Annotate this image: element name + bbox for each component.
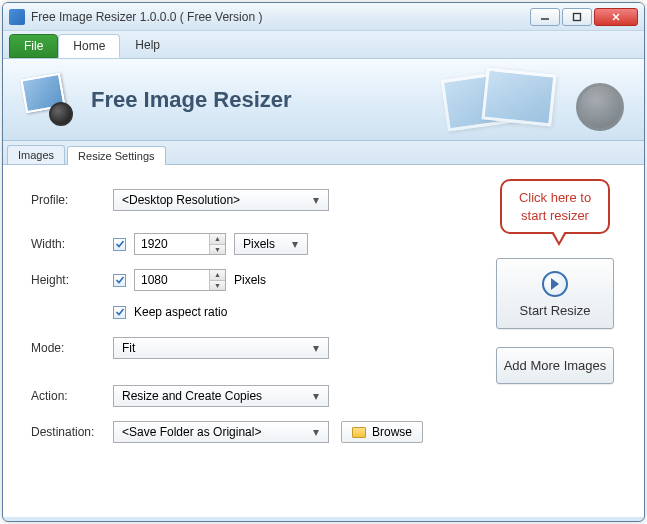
chevron-down-icon: ▾ xyxy=(287,237,303,251)
tab-images[interactable]: Images xyxy=(7,145,65,164)
check-icon xyxy=(115,307,125,317)
add-more-label: Add More Images xyxy=(504,358,607,373)
aspect-checkbox[interactable] xyxy=(113,306,126,319)
close-icon xyxy=(611,12,621,22)
menu-file[interactable]: File xyxy=(9,34,58,58)
tabstrip: Images Resize Settings xyxy=(3,141,644,165)
width-label: Width: xyxy=(31,237,113,251)
minimize-icon xyxy=(540,12,550,22)
banner-app-icon xyxy=(21,74,73,126)
height-unit: Pixels xyxy=(234,273,266,287)
mode-select[interactable]: Fit ▾ xyxy=(113,337,329,359)
chevron-down-icon: ▾ xyxy=(308,193,324,207)
width-spin-down[interactable]: ▼ xyxy=(210,245,225,255)
row-destination: Destination: <Save Folder as Original> ▾… xyxy=(31,421,616,443)
start-resize-button[interactable]: Start Resize xyxy=(496,258,614,329)
svg-marker-4 xyxy=(551,278,559,290)
titlebar: Free Image Resizer 1.0.0.0 ( Free Versio… xyxy=(3,3,644,31)
height-spin-up[interactable]: ▲ xyxy=(210,270,225,281)
menubar: File Home Help xyxy=(3,31,644,59)
destination-value: <Save Folder as Original> xyxy=(122,425,308,439)
browse-button[interactable]: Browse xyxy=(341,421,423,443)
svg-rect-1 xyxy=(574,13,581,20)
height-spin-down[interactable]: ▼ xyxy=(210,281,225,291)
width-spin-up[interactable]: ▲ xyxy=(210,234,225,245)
height-checkbox[interactable] xyxy=(113,274,126,287)
aspect-label: Keep aspect ratio xyxy=(134,305,227,319)
check-icon xyxy=(115,275,125,285)
start-resize-label: Start Resize xyxy=(520,303,591,318)
profile-label: Profile: xyxy=(31,193,113,207)
play-icon xyxy=(542,271,568,297)
width-input[interactable]: 1920 ▲ ▼ xyxy=(134,233,226,255)
folder-icon xyxy=(352,427,366,438)
content-area: Profile: <Desktop Resolution> ▾ Width: 1… xyxy=(3,165,644,517)
width-spinners: ▲ ▼ xyxy=(209,234,225,254)
height-input[interactable]: 1080 ▲ ▼ xyxy=(134,269,226,291)
height-label: Height: xyxy=(31,273,113,287)
maximize-icon xyxy=(572,12,582,22)
minimize-button[interactable] xyxy=(530,8,560,26)
banner-title: Free Image Resizer xyxy=(91,87,292,113)
action-select[interactable]: Resize and Create Copies ▾ xyxy=(113,385,329,407)
callout-hint: Click here to start resizer xyxy=(500,179,610,234)
width-unit: Pixels xyxy=(243,237,287,251)
app-window: Free Image Resizer 1.0.0.0 ( Free Versio… xyxy=(2,2,645,522)
width-checkbox[interactable] xyxy=(113,238,126,251)
close-button[interactable] xyxy=(594,8,638,26)
chevron-down-icon: ▾ xyxy=(308,341,324,355)
window-controls xyxy=(530,8,638,26)
banner-decoration xyxy=(444,67,624,137)
mode-value: Fit xyxy=(122,341,308,355)
action-label: Action: xyxy=(31,389,113,403)
right-panel: Click here to start resizer Start Resize… xyxy=(490,179,620,402)
browse-label: Browse xyxy=(372,425,412,439)
width-value: 1920 xyxy=(135,237,209,251)
app-icon xyxy=(9,9,25,25)
profile-select[interactable]: <Desktop Resolution> ▾ xyxy=(113,189,329,211)
menu-home[interactable]: Home xyxy=(58,34,120,58)
height-spinners: ▲ ▼ xyxy=(209,270,225,290)
destination-label: Destination: xyxy=(31,425,113,439)
chevron-down-icon: ▾ xyxy=(308,389,324,403)
mode-label: Mode: xyxy=(31,341,113,355)
check-icon xyxy=(115,239,125,249)
banner: Free Image Resizer xyxy=(3,59,644,141)
height-value: 1080 xyxy=(135,273,209,287)
add-more-images-button[interactable]: Add More Images xyxy=(496,347,614,384)
menu-help[interactable]: Help xyxy=(120,31,175,58)
maximize-button[interactable] xyxy=(562,8,592,26)
tab-resize-settings[interactable]: Resize Settings xyxy=(67,146,165,165)
window-title: Free Image Resizer 1.0.0.0 ( Free Versio… xyxy=(31,10,530,24)
width-unit-select[interactable]: Pixels ▾ xyxy=(234,233,308,255)
chevron-down-icon: ▾ xyxy=(308,425,324,439)
profile-value: <Desktop Resolution> xyxy=(122,193,308,207)
action-value: Resize and Create Copies xyxy=(122,389,308,403)
destination-select[interactable]: <Save Folder as Original> ▾ xyxy=(113,421,329,443)
